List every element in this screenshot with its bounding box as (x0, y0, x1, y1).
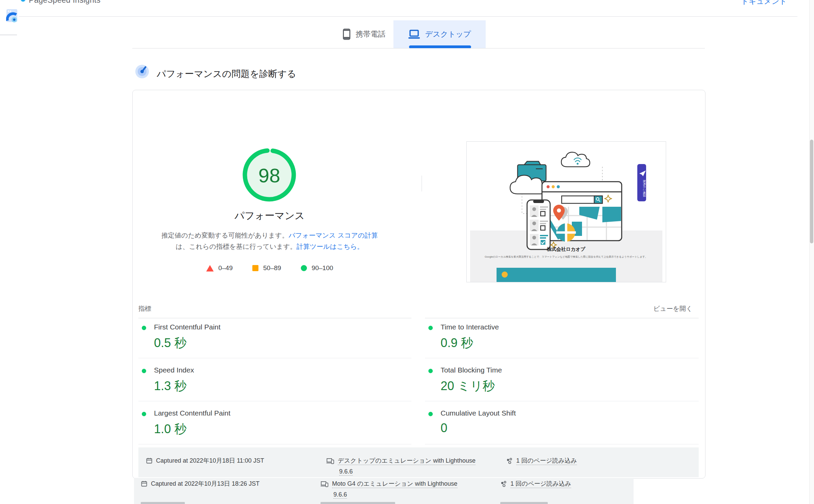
thumb-side-tab: 無料のご相談 (637, 164, 646, 201)
metric-value-lcp: 1.0 秒 (154, 421, 187, 438)
capture-load-link[interactable]: 1 回のページ読み込み (510, 480, 571, 488)
thumb-tagline: Googleのローカル検索を最大限活用することで、スマートフォンなど地図で検索し… (485, 255, 647, 258)
phone-icon (342, 28, 351, 40)
capture-date-mobile: Captured at 2022年10月13日 18:26 JST (141, 480, 259, 488)
lighthouse-version-link[interactable]: 9.6.6 (339, 468, 353, 476)
score-calc-link[interactable]: パフォーマンス スコアの計算 (289, 231, 378, 239)
thumb-company-name: 株式会社ロカオプ (546, 246, 585, 252)
green-circle-icon (301, 265, 307, 271)
metrics-header-label: 指標 (138, 304, 151, 313)
tab-mobile-label: 携帯電話 (356, 29, 386, 39)
capture-load-link[interactable]: 1 回のページ読み込み (516, 457, 577, 465)
capture-info-bar-desktop: Captured at 2022年10月18日 11:00 JST デスクトップ… (138, 447, 699, 477)
calculator-link[interactable]: 計算ツールはこちら。 (296, 243, 364, 250)
metric-row-divider (138, 401, 411, 401)
legend-item-average: 50–89 (252, 264, 281, 272)
metric-value-tbt: 20 ミリ秒 (441, 378, 495, 395)
metric-name-speed-index: Speed Index (154, 366, 194, 374)
page-screenshot-thumbnail[interactable]: 株式会社ロカオプ Googleのローカル検索を最大限活用することで、スマートフォ… (466, 141, 666, 282)
metric-name-fcp: First Contentful Paint (154, 323, 220, 331)
capture-env-link[interactable]: デスクトップのエミュレーション with Lighthouse (338, 457, 476, 465)
metric-row-divider (425, 358, 699, 358)
metrics-header-divider-left (138, 318, 411, 318)
score-disclaimer: 推定値のため変動する可能性があります。パフォーマンス スコアの計算は、これらの指… (154, 230, 385, 252)
calendar-icon (141, 480, 148, 487)
legend-label-poor: 0–49 (218, 264, 233, 272)
disclaimer-text-1: 推定値のため変動する可能性があります。 (161, 231, 289, 239)
capture-info-bar-mobile: Captured at 2022年10月13日 18:26 JST Moto G… (134, 478, 634, 504)
metric-name-lcp: Largest Contentful Paint (154, 409, 230, 417)
legend-label-good: 90–100 (312, 264, 333, 272)
red-triangle-icon (206, 265, 214, 271)
tab-desktop[interactable]: デスクトップ (393, 20, 486, 48)
performance-score: 98 (258, 164, 280, 186)
capture-env-link[interactable]: Moto G4 のエミュレーション with Lighthouse (332, 480, 458, 488)
capture-date-text: Captured at 2022年10月18日 11:00 JST (156, 457, 264, 465)
left-edge-divider (0, 35, 17, 35)
orange-square-icon (252, 265, 258, 271)
scrollbar-track[interactable] (809, 0, 814, 504)
capture-date-text: Captured at 2022年10月13日 18:26 JST (151, 480, 259, 488)
metric-value-cls: 0 (441, 421, 447, 435)
documentation-link[interactable]: ドキュメント (741, 0, 787, 6)
scrollbar-thumb[interactable] (810, 140, 813, 243)
page-load-icon (506, 458, 513, 464)
metric-status-dot (142, 369, 146, 373)
open-view-button[interactable]: ビューを開く (641, 304, 693, 313)
analyzed-site-favicon-icon (6, 9, 18, 22)
disclaimer-text-2: は、これらの指標を基に行っています。 (176, 243, 296, 250)
metrics-header-divider-right (425, 318, 699, 318)
metric-status-dot (428, 412, 433, 416)
metric-status-dot (142, 326, 146, 330)
metric-value-speed-index: 1.3 秒 (154, 378, 187, 395)
section-title: パフォーマンスの問題を診断する (157, 68, 296, 80)
score-legend: 0–49 50–89 90–100 (154, 264, 385, 272)
tab-mobile[interactable]: 携帯電話 (334, 20, 393, 48)
metric-row-divider (138, 444, 411, 444)
metric-status-dot (428, 369, 433, 373)
metric-value-tti: 0.9 秒 (441, 335, 473, 351)
devices-icon (326, 458, 334, 464)
capture-env-mobile: Moto G4 のエミュレーション with Lighthouse (321, 480, 458, 488)
clipped-row-fragment (321, 502, 395, 504)
metric-row-divider (138, 358, 411, 358)
thumb-teal-band (497, 268, 616, 282)
tab-desktop-label: デスクトップ (425, 29, 471, 39)
clipped-row-fragment (141, 502, 185, 504)
legend-item-good: 90–100 (301, 264, 333, 272)
gauge-label: パフォーマンス (207, 209, 332, 223)
diagnose-speedometer-icon (135, 64, 149, 79)
desktop-icon (408, 29, 420, 39)
thumb-side-tab-label: 無料のご相談 (643, 180, 646, 197)
capture-load-desktop: 1 回のページ読み込み (506, 457, 577, 465)
metric-name-tbt: Total Blocking Time (441, 366, 502, 374)
metric-status-dot (428, 326, 433, 330)
legend-label-average: 50–89 (263, 264, 281, 272)
column-divider (422, 176, 422, 191)
capture-env-desktop: デスクトップのエミュレーション with Lighthouse (326, 457, 476, 465)
legend-item-poor: 0–49 (206, 264, 233, 272)
app-logo[interactable] (16, 0, 28, 3)
capture-load-mobile: 1 回のページ読み込み (500, 480, 571, 488)
clipped-row-fragment (500, 502, 548, 504)
metric-row-divider (425, 444, 699, 444)
metric-value-fcp: 0.5 秒 (154, 335, 187, 351)
pagespeed-insights-page: PageSpeed Insights ドキュメント 携帯電話 デスクトップ パフ… (0, 0, 814, 504)
header-divider (19, 16, 797, 17)
page-load-icon (500, 481, 507, 487)
lighthouse-version-link[interactable]: 9.6.6 (333, 491, 347, 499)
devices-icon (321, 481, 329, 487)
metric-status-dot (142, 412, 146, 416)
metric-row-divider (425, 401, 699, 401)
metric-name-tti: Time to Interactive (441, 323, 499, 331)
capture-date-desktop: Captured at 2022年10月18日 11:00 JST (146, 457, 264, 465)
tabs-divider (132, 48, 705, 48)
metric-name-cls: Cumulative Layout Shift (441, 409, 516, 417)
calendar-icon (146, 457, 153, 464)
app-title[interactable]: PageSpeed Insights (29, 0, 100, 5)
pagespeed-logo-icon (16, 0, 28, 3)
performance-gauge: 98 (240, 146, 298, 204)
